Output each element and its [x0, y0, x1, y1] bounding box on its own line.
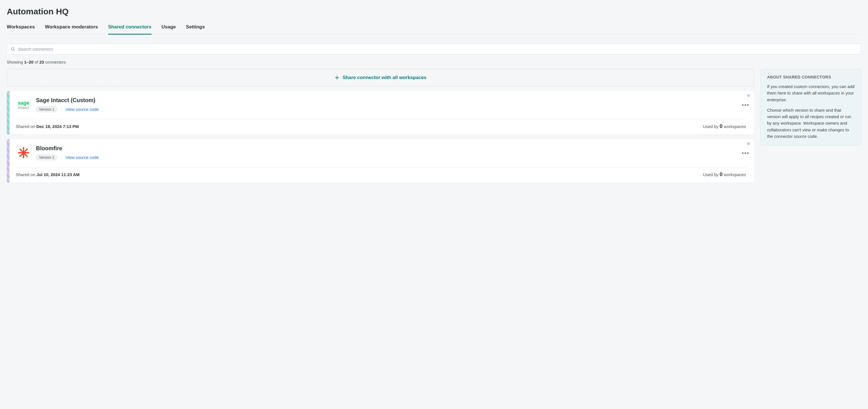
- connector-title: Sage Intacct (Custom): [36, 97, 99, 104]
- used-by-text: Used by 0 workspaces: [703, 171, 746, 177]
- view-source-link[interactable]: View source code: [65, 107, 99, 112]
- more-actions-button[interactable]: •••: [740, 148, 751, 157]
- status-indicator: [747, 94, 750, 97]
- info-panel: ABOUT SHARED CONNECTORS If you created c…: [761, 69, 861, 145]
- card-accent-stripe: [7, 91, 9, 135]
- divider: [16, 119, 746, 119]
- version-badge: Version 1: [36, 154, 57, 160]
- divider: [61, 107, 62, 112]
- tab-workspace-moderators[interactable]: Workspace moderators: [45, 24, 98, 35]
- info-panel-text: Choose which version to share and that v…: [767, 107, 855, 140]
- used-by-text: Used by 0 workspaces: [703, 123, 746, 129]
- tabs: Workspaces Workspace moderators Shared c…: [7, 24, 861, 35]
- search-container: [7, 43, 861, 55]
- connector-title: Bloomfire: [36, 145, 99, 152]
- share-connector-label: Share connector with all workspaces: [343, 75, 427, 81]
- info-panel-text: If you created custom connectors, you ca…: [767, 83, 855, 103]
- search-icon: [11, 47, 15, 51]
- divider: [61, 155, 62, 160]
- info-panel-title: ABOUT SHARED CONNECTORS: [767, 75, 855, 79]
- tab-shared-connectors[interactable]: Shared connectors: [108, 24, 152, 35]
- shared-on-text: Shared on Dec 18, 2024 7:13 PM: [16, 124, 79, 129]
- connector-card: ••• sageIntacct Sage Intacct (Custom) Ve…: [7, 91, 754, 135]
- page-title: Automation HQ: [7, 7, 861, 16]
- card-accent-stripe: [7, 139, 9, 182]
- svg-point-0: [11, 48, 14, 50]
- tab-workspaces[interactable]: Workspaces: [7, 24, 35, 35]
- tab-usage[interactable]: Usage: [162, 24, 176, 35]
- results-count: Showing 1–20 of 23 connectors: [7, 60, 861, 64]
- more-actions-button[interactable]: •••: [740, 100, 751, 110]
- svg-line-1: [13, 50, 14, 51]
- search-input[interactable]: [18, 47, 857, 52]
- view-source-link[interactable]: View source code: [65, 155, 99, 160]
- plus-icon: [334, 75, 340, 81]
- status-indicator: [747, 142, 750, 145]
- connector-logo: sageIntacct: [16, 97, 31, 113]
- shared-on-text: Shared on Jul 10, 2024 11:23 AM: [16, 172, 80, 177]
- connector-logo: ✳: [16, 145, 31, 161]
- share-connector-button[interactable]: Share connector with all workspaces: [7, 69, 754, 86]
- connector-card: ••• ✳ Bloomfire Version 1 View source co…: [7, 139, 754, 182]
- tab-settings[interactable]: Settings: [186, 24, 205, 35]
- version-badge: Version 1: [36, 106, 57, 112]
